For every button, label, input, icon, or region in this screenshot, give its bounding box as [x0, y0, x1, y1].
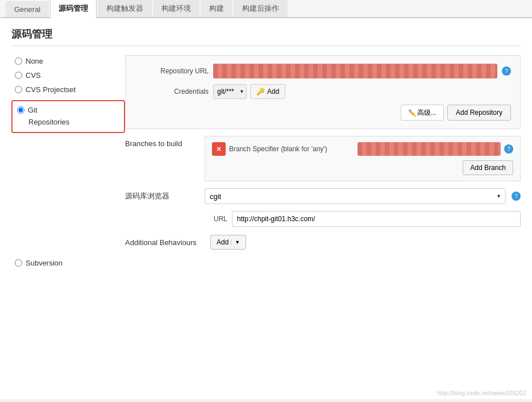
- source-browser-label: 源码库浏览器: [125, 191, 199, 201]
- radio-cvs[interactable]: CVS: [11, 69, 125, 81]
- git-box: Git Repositories: [11, 100, 125, 133]
- source-browser-select[interactable]: cgit: [205, 188, 506, 204]
- tab-source-mgmt[interactable]: 源码管理: [50, 0, 97, 18]
- left-panel: None CVS CVS Projectset Git Reposit: [11, 55, 125, 256]
- branches-label: Branches to build: [125, 136, 199, 148]
- repo-action-row: ✏️ 高级... Add Repository: [135, 105, 511, 121]
- credentials-label: Credentials: [135, 88, 209, 96]
- tab-build-env[interactable]: 构建环境: [153, 0, 200, 17]
- tab-general[interactable]: General: [6, 1, 49, 17]
- radio-git[interactable]: Git: [17, 105, 119, 115]
- radio-group: None CVS CVS Projectset Git Reposit: [11, 55, 125, 133]
- radio-cvs-label: CVS: [26, 71, 41, 80]
- subversion-row[interactable]: Subversion: [11, 256, 521, 270]
- radio-git-input[interactable]: [17, 106, 24, 114]
- source-browser-help-icon[interactable]: ?: [512, 192, 521, 201]
- branch-specifier-redacted: [358, 142, 501, 156]
- tab-build-trigger[interactable]: 构建触发器: [98, 0, 152, 17]
- page-title: 源码管理: [11, 27, 521, 46]
- url-input[interactable]: [232, 211, 521, 227]
- advanced-label: 高级...: [417, 108, 437, 118]
- tab-build[interactable]: 构建: [201, 0, 232, 17]
- dropdown-arrow-icon: ▼: [231, 239, 240, 245]
- credentials-select[interactable]: git/***: [213, 84, 247, 99]
- repo-url-label: Repository URL: [135, 67, 209, 75]
- branch-remove-button[interactable]: ×: [212, 142, 226, 156]
- source-browser-select-wrap: cgit: [205, 188, 506, 204]
- branches-content: × Branch Specifier (blank for 'any') ? A…: [205, 136, 521, 181]
- tab-bar: General 源码管理 构建触发器 构建环境 构建 构建后操作: [0, 0, 532, 18]
- credentials-select-wrap: git/***: [213, 84, 247, 99]
- repositories-item[interactable]: Repositories: [17, 115, 119, 129]
- tab-post-build[interactable]: 构建后操作: [234, 0, 288, 17]
- url-label: URL: [205, 215, 227, 223]
- radio-cvs-input[interactable]: [15, 72, 22, 79]
- radio-git-label: Git: [28, 106, 38, 114]
- radio-none-input[interactable]: [15, 57, 22, 65]
- key-icon: 🔑: [256, 88, 265, 96]
- branch-specifier-label: Branch Specifier (blank for 'any'): [229, 145, 354, 153]
- credentials-add-label: Add: [267, 88, 279, 96]
- page-content: 源码管理 None CVS CVS Projectset: [0, 18, 532, 399]
- url-section: URL: [125, 211, 521, 227]
- branches-section: Branches to build × Branch Specifier (bl…: [125, 136, 521, 181]
- additional-behaviours-add-button[interactable]: Add ▼: [210, 235, 246, 250]
- add-branch-button[interactable]: Add Branch: [463, 160, 513, 175]
- repo-url-redacted: [213, 64, 497, 78]
- additional-behaviours-label: Additional Behaviours: [125, 238, 205, 247]
- add-repository-button[interactable]: Add Repository: [447, 105, 511, 121]
- branch-specifier-help-icon[interactable]: ?: [504, 144, 513, 154]
- main-layout: None CVS CVS Projectset Git Reposit: [11, 55, 521, 256]
- branch-row: × Branch Specifier (blank for 'any') ?: [212, 142, 513, 156]
- radio-none-label: None: [26, 57, 43, 65]
- advanced-button[interactable]: ✏️ 高级...: [401, 105, 444, 121]
- radio-cvs-projectset-label: CVS Projectset: [26, 85, 76, 94]
- add-label: Add: [217, 238, 228, 246]
- additional-behaviours-section: Additional Behaviours Add ▼: [125, 235, 521, 250]
- radio-subversion-label: Subversion: [26, 259, 63, 267]
- right-panel: Repository URL ? Credentials git/*** 🔑: [125, 55, 521, 256]
- repo-url-help-icon[interactable]: ?: [502, 67, 511, 76]
- pencil-icon: ✏️: [408, 109, 415, 116]
- radio-cvs-projectset-input[interactable]: [15, 86, 22, 93]
- repo-url-row: Repository URL ?: [135, 64, 511, 78]
- source-browser-section: 源码库浏览器 cgit ?: [125, 188, 521, 204]
- credentials-add-button[interactable]: 🔑 Add: [250, 84, 285, 99]
- radio-subversion-input[interactable]: [15, 259, 22, 267]
- repository-section: Repository URL ? Credentials git/*** 🔑: [125, 55, 521, 129]
- credentials-row: Credentials git/*** 🔑 Add: [135, 84, 511, 99]
- radio-cvs-projectset[interactable]: CVS Projectset: [11, 84, 125, 96]
- radio-none[interactable]: None: [11, 55, 125, 67]
- credentials-controls: git/*** 🔑 Add: [213, 84, 285, 99]
- watermark: http://blog.csdn.net/www203202: [437, 389, 526, 396]
